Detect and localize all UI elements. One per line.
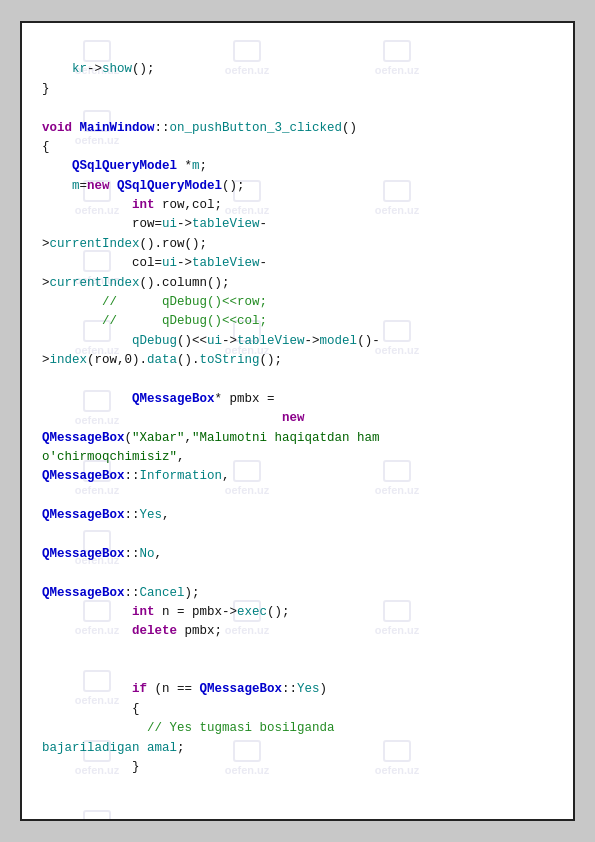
code-area: kr->show(); } void MainWindow::on_pushBu… bbox=[22, 23, 573, 815]
line-1: kr->show(); } void MainWindow::on_pushBu… bbox=[42, 62, 380, 774]
page: (function(){ const cont = document.query… bbox=[20, 21, 575, 821]
